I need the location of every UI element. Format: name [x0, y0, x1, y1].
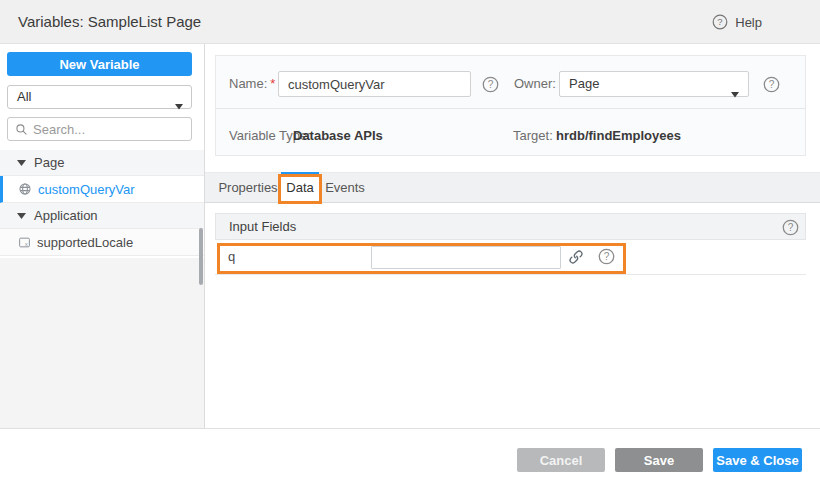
variables-sidebar: New Variable All Page — [0, 44, 205, 428]
field-name-label: q — [228, 240, 235, 273]
name-label: Name:* — [229, 76, 275, 91]
owner-select[interactable]: Page — [559, 71, 749, 97]
owner-label: Owner:* — [514, 76, 564, 91]
svg-text:?: ? — [718, 16, 723, 27]
variable-search — [7, 117, 192, 141]
tree-group-label: Application — [34, 208, 98, 223]
caret-down-icon — [17, 160, 26, 166]
input-fields-section: Input Fields ? q — [215, 213, 806, 275]
tree-group-application[interactable]: Application — [0, 203, 204, 229]
svg-text:?: ? — [788, 222, 794, 233]
input-fields-header: Input Fields ? — [215, 213, 806, 240]
variable-detail-panel: Name:* ? Owner:* Page — [205, 44, 820, 428]
svg-text:?: ? — [604, 251, 610, 262]
help-button[interactable]: ? Help — [712, 0, 762, 44]
dialog-header: Variables: SampleList Page ? Help — [0, 0, 820, 44]
target-label: Target: — [513, 128, 553, 143]
active-tab-indicator — [281, 172, 319, 175]
tree-item-label: supportedLocale — [37, 235, 133, 250]
detail-tabbar: Properties Data Events — [205, 172, 820, 203]
tree-item-supportedlocale[interactable]: x supportedLocale — [0, 229, 204, 256]
help-label: Help — [735, 15, 762, 30]
sidebar-empty-area — [0, 258, 204, 428]
caret-down-icon — [17, 213, 26, 219]
variable-summary-panel: Name:* ? Owner:* Page — [215, 55, 806, 156]
owner-help-icon[interactable]: ? — [763, 76, 780, 93]
service-variable-icon — [18, 182, 32, 196]
field-value-input[interactable] — [371, 246, 561, 269]
chevron-down-icon — [731, 82, 739, 106]
tab-data[interactable]: Data — [281, 173, 319, 203]
search-input[interactable] — [33, 122, 184, 137]
svg-text:?: ? — [769, 79, 775, 90]
owner-selected-value: Page — [569, 76, 599, 91]
tab-properties[interactable]: Properties — [216, 173, 280, 203]
save-button[interactable]: Save — [615, 448, 703, 472]
tree-group-page[interactable]: Page — [0, 150, 204, 176]
help-circle-icon: ? — [712, 14, 728, 30]
tab-events[interactable]: Events — [322, 173, 368, 203]
input-fields-help-icon[interactable]: ? — [782, 219, 799, 236]
svg-text:?: ? — [488, 79, 494, 90]
variable-type-value: Database APIs — [293, 128, 383, 143]
target-value: hrdb/findEmployees — [556, 128, 681, 143]
field-help-icon[interactable]: ? — [598, 248, 615, 265]
tree-group-label: Page — [34, 155, 64, 170]
model-variable-icon: x — [18, 236, 31, 249]
variable-tree: Page customQueryVar Application — [0, 150, 204, 256]
input-field-row: q ? — [215, 240, 806, 275]
variables-dialog: Variables: SampleList Page ? Help New Va… — [0, 0, 820, 489]
name-help-icon[interactable]: ? — [482, 76, 499, 93]
variable-filter-select[interactable]: All — [7, 85, 192, 109]
filter-selected-value: All — [17, 89, 31, 104]
name-input[interactable] — [278, 71, 471, 97]
page-title: Variables: SampleList Page — [18, 0, 201, 44]
tree-item-label: customQueryVar — [38, 182, 135, 197]
dialog-footer: Cancel Save Save & Close — [0, 428, 820, 489]
input-fields-title: Input Fields — [229, 219, 296, 234]
panel-divider — [216, 108, 805, 109]
search-icon — [15, 123, 28, 136]
chevron-down-icon — [175, 95, 183, 117]
sidebar-scrollbar[interactable] — [199, 228, 203, 285]
required-asterisk: * — [270, 76, 275, 91]
bind-link-icon[interactable] — [568, 249, 584, 265]
cancel-button[interactable]: Cancel — [517, 448, 605, 472]
tree-item-customqueryvar[interactable]: customQueryVar — [0, 176, 204, 203]
new-variable-button[interactable]: New Variable — [7, 52, 192, 76]
svg-text:x: x — [25, 240, 28, 246]
save-and-close-button[interactable]: Save & Close — [713, 448, 802, 472]
